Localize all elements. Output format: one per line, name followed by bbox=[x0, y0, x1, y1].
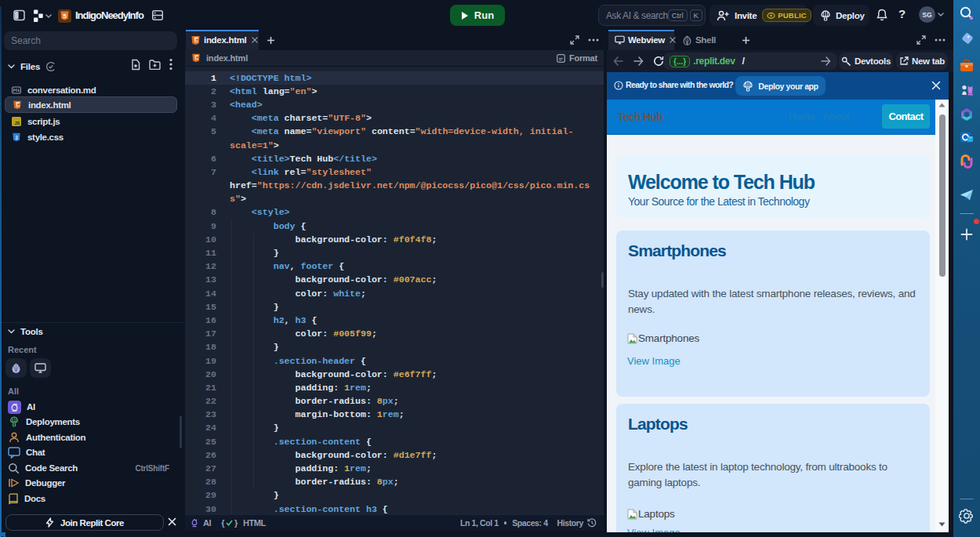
svg-text:5: 5 bbox=[63, 13, 67, 20]
svg-text:JS: JS bbox=[15, 121, 20, 125]
